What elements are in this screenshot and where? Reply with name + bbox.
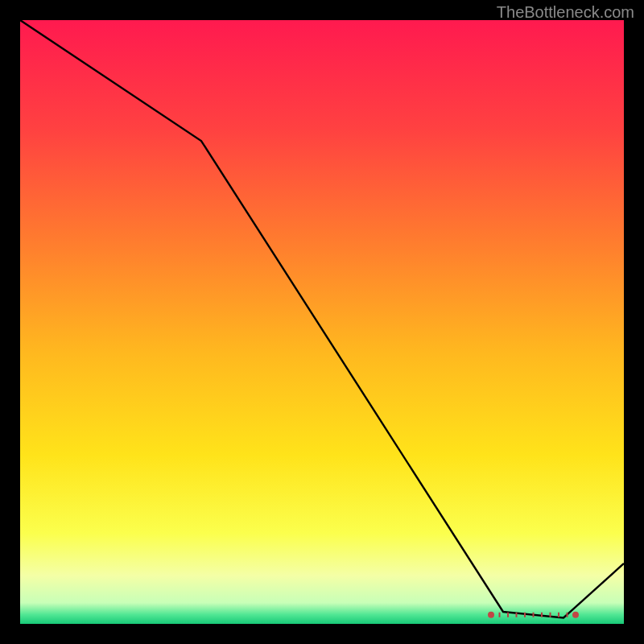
watermark-text: TheBottleneck.com [497, 3, 634, 22]
chart-svg [20, 20, 624, 624]
chart-root: TheBottleneck.com [0, 0, 644, 644]
svg-point-12 [572, 612, 579, 618]
plot-area [20, 20, 624, 624]
gradient-background [20, 20, 624, 624]
svg-point-11 [488, 612, 494, 618]
